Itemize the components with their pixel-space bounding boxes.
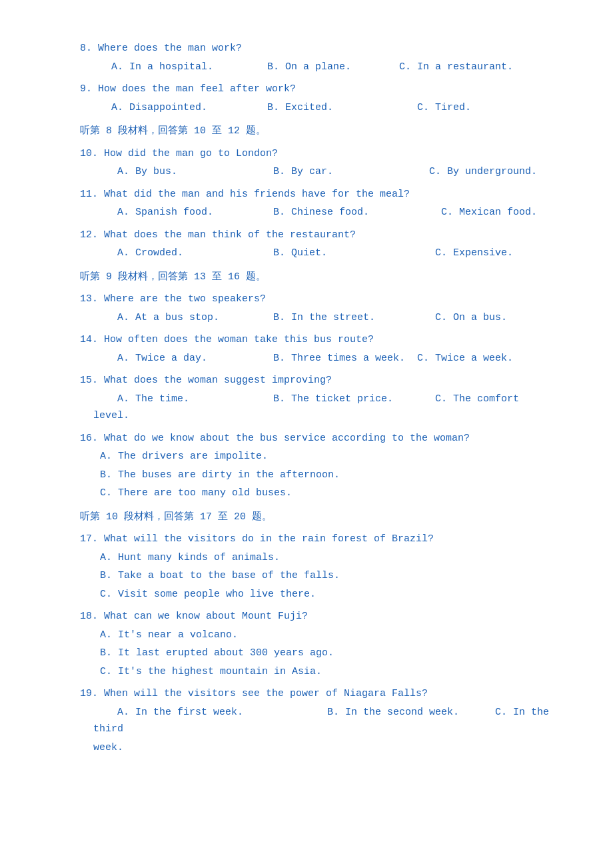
q13-options: A. At a bus stop. B. In the street. C. O… xyxy=(93,309,560,327)
q17-text: 17. What will the visitors do in the rai… xyxy=(80,531,560,548)
question-17: 17. What will the visitors do in the rai… xyxy=(80,531,560,603)
question-15: 15. What does the woman suggest improvin… xyxy=(80,372,560,425)
q15-options: A. The time. B. The ticket price. C. The… xyxy=(93,391,560,425)
q16-text: 16. What do we know about the bus servic… xyxy=(80,430,560,447)
q18-optionA: A. It's near a volcano. xyxy=(100,627,560,644)
question-14: 14. How often does the woman take this b… xyxy=(80,331,560,367)
q16-optionC: C. There are too many old buses. xyxy=(100,485,560,502)
question-18: 18. What can we know about Mount Fuji? A… xyxy=(80,608,560,680)
section-8-header: 听第 8 段材料，回答第 10 至 12 题。 xyxy=(80,123,560,140)
q12-options: A. Crowded. B. Quiet. C. Expensive. xyxy=(93,245,560,262)
q8-text: 8. Where does the man work? xyxy=(80,40,560,57)
q19-text: 19. When will the visitors see the power… xyxy=(80,685,560,703)
question-12: 12. What does the man think of the resta… xyxy=(80,227,560,262)
q17-optionC: C. Visit some people who live there. xyxy=(100,586,560,603)
question-8: 8. Where does the man work? A. In a hosp… xyxy=(80,40,560,75)
question-10: 10. How did the man go to London? A. By … xyxy=(80,145,560,181)
q13-text: 13. Where are the two speakers? xyxy=(80,291,560,308)
q11-text: 11. What did the man and his friends hav… xyxy=(80,186,560,203)
question-13: 13. Where are the two speakers? A. At a … xyxy=(80,291,560,326)
q10-options: A. By bus. B. By car. C. By underground. xyxy=(93,163,560,181)
q18-optionB: B. It last erupted about 300 years ago. xyxy=(100,645,560,662)
q9-options: A. Disappointed. B. Excited. C. Tired. xyxy=(93,99,560,117)
section-10-header: 听第 10 段材料，回答第 17 至 20 题。 xyxy=(80,509,560,526)
exam-content: 8. Where does the man work? A. In a hosp… xyxy=(80,40,560,756)
section-9-header: 听第 9 段材料，回答第 13 至 16 题。 xyxy=(80,269,560,286)
q18-text: 18. What can we know about Mount Fuji? xyxy=(80,608,560,625)
q17-optionA: A. Hunt many kinds of animals. xyxy=(100,549,560,567)
q15-text: 15. What does the woman suggest improvin… xyxy=(80,372,560,389)
q9-text: 9. How does the man feel after work? xyxy=(80,81,560,98)
q16-optionA: A. The drivers are impolite. xyxy=(100,448,560,465)
question-11: 11. What did the man and his friends hav… xyxy=(80,186,560,221)
q10-text: 10. How did the man go to London? xyxy=(80,145,560,163)
q12-text: 12. What does the man think of the resta… xyxy=(80,227,560,244)
q19-options-line1: A. In the first week. B. In the second w… xyxy=(93,704,560,738)
q19-options-line2: week. xyxy=(93,739,560,757)
question-19: 19. When will the visitors see the power… xyxy=(80,685,560,756)
question-16: 16. What do we know about the bus servic… xyxy=(80,430,560,502)
q8-options: A. In a hospital. B. On a plane. C. In a… xyxy=(93,59,560,76)
q14-options: A. Twice a day. B. Three times a week. C… xyxy=(93,350,560,367)
q17-optionB: B. Take a boat to the base of the falls. xyxy=(100,567,560,585)
q16-optionB: B. The buses are dirty in the afternoon. xyxy=(100,467,560,484)
question-9: 9. How does the man feel after work? A. … xyxy=(80,81,560,116)
q18-optionC: C. It's the highest mountain in Asia. xyxy=(100,663,560,681)
q11-options: A. Spanish food. B. Chinese food. C. Mex… xyxy=(93,204,560,221)
q14-text: 14. How often does the woman take this b… xyxy=(80,331,560,349)
